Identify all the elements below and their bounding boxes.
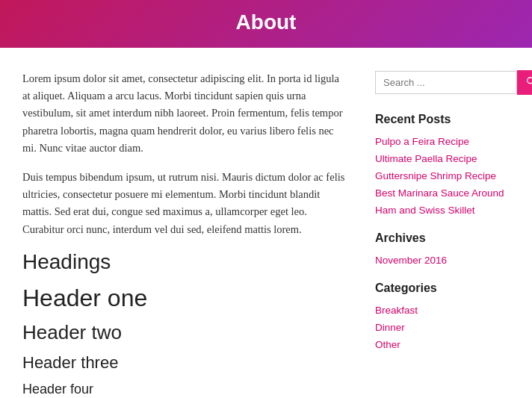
search-input[interactable] (375, 71, 517, 94)
recent-post-link[interactable]: Guttersnipe Shrimp Recipe (375, 170, 496, 181)
list-item: Dinner (375, 321, 517, 334)
headings-label: Headings (22, 250, 345, 274)
archive-link[interactable]: November 2016 (375, 255, 447, 266)
recent-post-link[interactable]: Best Marinara Sauce Around (375, 187, 504, 199)
site-header: About (0, 0, 532, 48)
header-one: Header one (22, 284, 345, 312)
list-item: Ham and Swiss Skillet (375, 204, 517, 217)
categories-list: BreakfastDinnerOther (375, 304, 517, 351)
list-item: Guttersnipe Shrimp Recipe (375, 170, 517, 182)
search-box (375, 70, 517, 95)
list-item: Breakfast (375, 304, 517, 317)
list-item: Ultimate Paella Recipe (375, 152, 517, 165)
recent-post-link[interactable]: Pulpo a Feira Recipe (375, 136, 469, 147)
recent-posts-section: Recent Posts Pulpo a Feira RecipeUltimat… (375, 113, 517, 217)
archives-section: Archives November 2016 (375, 231, 517, 267)
list-item: Pulpo a Feira Recipe (375, 135, 517, 148)
category-link[interactable]: Breakfast (375, 305, 418, 316)
paragraph-2: Duis tempus bibendum ipsum, ut rutrum ni… (22, 169, 345, 238)
recent-posts-title: Recent Posts (375, 113, 517, 126)
list-item: Best Marinara Sauce Around (375, 187, 517, 199)
search-button[interactable] (517, 70, 532, 95)
archives-list: November 2016 (375, 254, 517, 267)
list-item: Other (375, 338, 517, 351)
category-link[interactable]: Dinner (375, 322, 405, 333)
svg-point-0 (528, 78, 532, 84)
page-title: About (0, 10, 532, 34)
header-two: Header two (22, 321, 345, 344)
page-container: Lorem ipsum dolor sit amet, consectetur … (0, 48, 532, 398)
archives-title: Archives (375, 231, 517, 245)
search-icon (526, 76, 532, 89)
paragraph-1: Lorem ipsum dolor sit amet, consectetur … (22, 70, 345, 157)
header-four: Header four (22, 382, 345, 397)
header-three: Header three (22, 353, 345, 373)
recent-post-link[interactable]: Ultimate Paella Recipe (375, 153, 477, 164)
categories-title: Categories (375, 282, 517, 295)
category-link[interactable]: Other (375, 339, 400, 350)
categories-section: Categories BreakfastDinnerOther (375, 282, 517, 351)
sidebar: Recent Posts Pulpo a Feira RecipeUltimat… (375, 70, 517, 398)
recent-posts-list: Pulpo a Feira RecipeUltimate Paella Reci… (375, 135, 517, 217)
main-content: Lorem ipsum dolor sit amet, consectetur … (22, 70, 345, 398)
recent-post-link[interactable]: Ham and Swiss Skillet (375, 205, 475, 216)
list-item: November 2016 (375, 254, 517, 267)
